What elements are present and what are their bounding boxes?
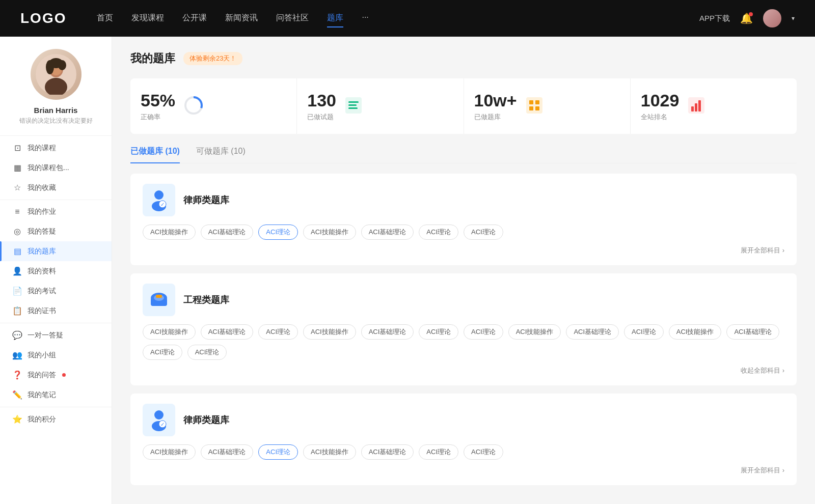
tag[interactable]: ACI基础理论	[361, 324, 414, 340]
sidebar-item-bank[interactable]: ▤ 我的题库	[0, 241, 112, 261]
bar-chart-icon	[687, 96, 705, 117]
sidebar-label-tutoring: 一对一答疑	[28, 331, 63, 340]
bank-section-0: ✓ 律师类题库 ACI技能操作 ACI基础理论 ACI理论 ACI技能操作 AC…	[130, 174, 797, 265]
nav-right: APP下载 🔔 ▾	[699, 9, 795, 27]
stat-label-rank: 全站排名	[641, 113, 680, 122]
tag[interactable]: ACI基础理论	[201, 225, 254, 240]
tag[interactable]: ACI基础理论	[361, 225, 414, 240]
bank-tags-1: ACI技能操作 ACI基础理论 ACI理论 ACI技能操作 ACI基础理论 AC…	[143, 324, 784, 360]
sidebar-item-questions[interactable]: ◎ 我的答疑	[0, 221, 112, 241]
svg-rect-10	[348, 101, 359, 103]
sidebar-label-course-pkg: 我的课程包...	[28, 163, 69, 173]
sidebar-item-course[interactable]: ⊡ 我的课程	[0, 138, 112, 158]
stat-label-done: 已做试题	[307, 113, 336, 122]
bank-icon-2: ✓	[143, 404, 175, 436]
bank-icon-1	[143, 284, 175, 316]
tag[interactable]: ACI技能操作	[303, 324, 356, 340]
sidebar-item-notes[interactable]: ✏️ 我的笔记	[0, 385, 112, 405]
nav-home[interactable]: 首页	[97, 10, 113, 27]
tag-active[interactable]: ACI理论	[258, 225, 298, 240]
tag[interactable]: ACI基础理论	[201, 324, 254, 340]
tag[interactable]: ACI基础理论	[361, 444, 414, 460]
tutoring-icon: 💬	[12, 330, 22, 340]
sidebar-label-my-qa: 我的问答	[28, 371, 56, 380]
tag[interactable]: ACI技能操作	[669, 324, 722, 340]
sidebar-item-tutoring[interactable]: 💬 一对一答疑	[0, 325, 112, 345]
sidebar-label-points: 我的积分	[28, 415, 56, 424]
tag[interactable]: ACI基础理论	[201, 444, 254, 460]
svg-rect-16	[529, 106, 533, 110]
svg-point-6	[58, 60, 66, 70]
main-content: 我的题库 体验剩余23天！ 55% 正确率	[112, 37, 815, 504]
collapse-link-1[interactable]: 收起全部科目 ›	[143, 366, 784, 375]
svg-rect-14	[529, 100, 533, 104]
sidebar-label-notes: 我的笔记	[28, 390, 56, 400]
bank-title-2: 律师类题库	[183, 414, 229, 426]
tag[interactable]: ACI理论	[143, 345, 182, 360]
nav-news[interactable]: 新闻资讯	[225, 10, 258, 27]
sidebar-item-my-qa[interactable]: ❓ 我的问答	[0, 365, 112, 385]
tag[interactable]: ACI技能操作	[143, 444, 196, 460]
tag[interactable]: ACI理论	[464, 225, 503, 240]
tag[interactable]: ACI理论	[258, 324, 298, 340]
tag[interactable]: ACI理论	[464, 324, 503, 340]
star-icon: ☆	[12, 183, 22, 192]
expand-link-2[interactable]: 展开全部科目 ›	[143, 466, 784, 475]
sidebar-item-favorites[interactable]: ☆ 我的收藏	[0, 178, 112, 198]
stat-number: 55%	[141, 91, 175, 110]
logo: LOGO	[20, 10, 66, 26]
notes-icon: ✏️	[12, 390, 22, 400]
tag[interactable]: ACI技能操作	[143, 225, 196, 240]
sidebar-item-course-pkg[interactable]: ▦ 我的课程包...	[0, 158, 112, 178]
sidebar-item-cert[interactable]: 📋 我的证书	[0, 301, 112, 321]
tag[interactable]: ACI理论	[187, 345, 227, 360]
tag[interactable]: ACI技能操作	[508, 324, 561, 340]
bank-header-1: 工程类题库	[143, 284, 784, 316]
app-download-btn[interactable]: APP下载	[699, 14, 730, 23]
tag[interactable]: ACI基础理论	[566, 324, 619, 340]
bank-section-1: 工程类题库 ACI技能操作 ACI基础理论 ACI理论 ACI技能操作 ACI基…	[130, 273, 797, 385]
course-pkg-icon: ▦	[12, 163, 22, 173]
tag[interactable]: ACI技能操作	[143, 324, 196, 340]
stat-number-banks: 10w+	[474, 91, 517, 110]
cert-icon: 📋	[12, 306, 22, 316]
nav-qa[interactable]: 问答社区	[276, 10, 309, 27]
tag[interactable]: ACI基础理论	[726, 324, 779, 340]
tag[interactable]: ACI理论	[419, 225, 458, 240]
tab-done[interactable]: 已做题库 (10)	[130, 146, 180, 163]
svg-rect-13	[526, 97, 542, 114]
sidebar-item-exam[interactable]: 📄 我的考试	[0, 281, 112, 301]
svg-point-22	[154, 190, 164, 200]
nav-open-course[interactable]: 公开课	[182, 10, 207, 27]
avatar[interactable]	[763, 9, 781, 27]
stat-label: 正确率	[141, 113, 175, 122]
tag-active[interactable]: ACI理论	[258, 444, 298, 460]
sidebar-label-profile: 我的资料	[28, 267, 56, 276]
pie-chart-icon	[183, 95, 204, 118]
sidebar-divider-top	[0, 135, 112, 136]
notification-bell[interactable]: 🔔	[740, 12, 753, 24]
exam-icon: 📄	[12, 286, 22, 296]
bank-header-2: ✓ 律师类题库	[143, 404, 784, 436]
tag[interactable]: ACI理论	[464, 444, 503, 460]
svg-rect-21	[698, 100, 701, 111]
tag[interactable]: ACI理论	[419, 444, 458, 460]
sidebar-item-group[interactable]: 👥 我的小组	[0, 345, 112, 365]
tag[interactable]: ACI技能操作	[303, 444, 356, 460]
svg-rect-20	[695, 103, 697, 111]
tag[interactable]: ACI理论	[624, 324, 664, 340]
expand-link-0[interactable]: 展开全部科目 ›	[143, 246, 784, 255]
page-title: 我的题库	[130, 51, 175, 66]
svg-rect-11	[348, 104, 357, 106]
nav-discover[interactable]: 发现课程	[131, 10, 164, 27]
chevron-down-icon[interactable]: ▾	[792, 15, 795, 22]
tag[interactable]: ACI理论	[419, 324, 458, 340]
stat-correct-number: 55% 正确率	[141, 91, 175, 122]
tab-available[interactable]: 可做题库 (10)	[196, 146, 246, 163]
nav-more[interactable]: ···	[362, 10, 368, 27]
sidebar-item-points[interactable]: ⭐ 我的积分	[0, 409, 112, 429]
nav-questions[interactable]: 题库	[327, 10, 343, 27]
sidebar-item-profile[interactable]: 👤 我的资料	[0, 261, 112, 281]
sidebar-item-homework[interactable]: ≡ 我的作业	[0, 202, 112, 221]
tag[interactable]: ACI技能操作	[303, 225, 356, 240]
